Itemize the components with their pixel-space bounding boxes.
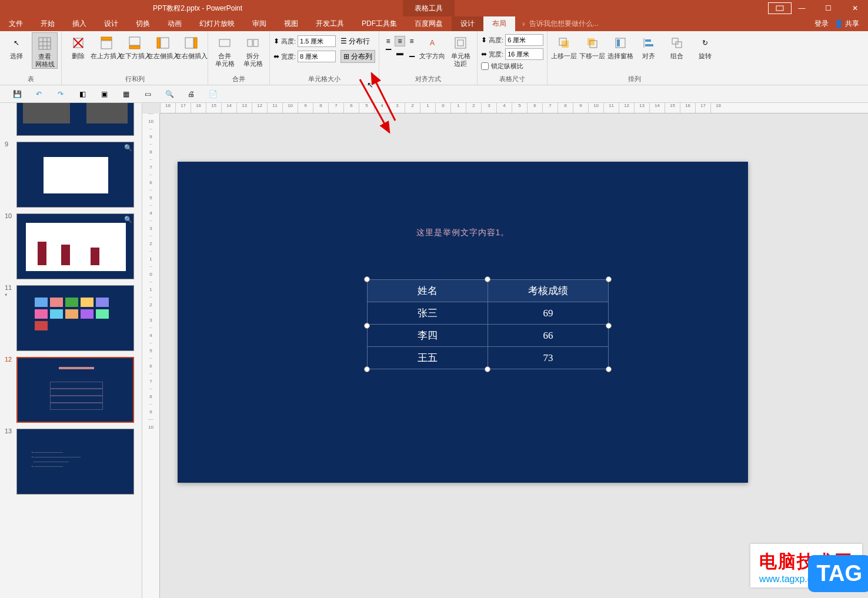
insert-above-button[interactable]: 在上方插入: [94, 32, 119, 60]
group-objects-button[interactable]: 组合: [664, 32, 690, 60]
tab-home[interactable]: 开始: [32, 16, 64, 31]
table-cell[interactable]: 王五: [368, 347, 488, 369]
insert-left-button[interactable]: 在左侧插入: [150, 32, 176, 60]
zoom-icon[interactable]: 🔍: [124, 144, 132, 152]
qat-btn-3[interactable]: ▦: [119, 88, 132, 101]
cursor-icon: ↖: [367, 81, 373, 89]
dist-rows-icon: ☰: [340, 37, 347, 45]
view-gridlines-button[interactable]: 查看 网格线: [32, 32, 58, 69]
qat-btn-7[interactable]: 📄: [206, 88, 219, 101]
thumbnail-9[interactable]: 9🔍: [6, 142, 136, 208]
insert-right-button[interactable]: 在右侧插入: [178, 32, 204, 60]
maximize-button[interactable]: ☐: [815, 0, 842, 16]
backward-icon: [583, 34, 602, 52]
delete-button[interactable]: 删除: [65, 32, 91, 60]
cell-margins-button[interactable]: 单元格 边距: [448, 32, 473, 68]
split-cells-button[interactable]: 拆分 单元格: [240, 32, 266, 68]
login-link[interactable]: 登录: [814, 19, 829, 29]
slide-editor[interactable]: 1817161514131211109876543210123456789101…: [142, 103, 868, 598]
distribute-columns-button[interactable]: ⊞分布列: [340, 50, 375, 63]
workspace: 9🔍 10🔍 11* 12 13• ——————————• ——————————…: [0, 103, 868, 598]
tbl-height-icon: ⬍: [481, 36, 487, 44]
share-button[interactable]: 👤 共享: [834, 19, 859, 29]
redo-button[interactable]: ↷: [54, 88, 67, 101]
table-cell[interactable]: 66: [488, 325, 609, 347]
svg-rect-18: [248, 39, 252, 46]
table-height-input[interactable]: [505, 34, 543, 46]
table-width-input[interactable]: [505, 48, 543, 60]
align-right-button[interactable]: ≡: [406, 36, 417, 46]
close-button[interactable]: ✕: [842, 0, 868, 16]
distribute-rows-button[interactable]: ☰分布行: [340, 35, 370, 48]
send-backward-button[interactable]: 下移一层: [579, 32, 605, 60]
qat-btn-4[interactable]: ▭: [141, 88, 154, 101]
tab-developer[interactable]: 开发工具: [307, 16, 353, 31]
selection-pane-button[interactable]: 选择窗格: [607, 32, 633, 60]
ribbon-display-icon[interactable]: [768, 2, 792, 14]
align-middle-button[interactable]: ▬: [395, 48, 405, 58]
tab-file[interactable]: 文件: [0, 16, 32, 31]
select-button[interactable]: ↖选择: [4, 32, 29, 60]
tab-design[interactable]: 设计: [95, 16, 127, 31]
resize-handle[interactable]: [485, 276, 490, 282]
table-cell[interactable]: 李四: [368, 325, 488, 347]
slide-title-text[interactable]: 这里是举例文字内容1。: [178, 228, 748, 238]
table-object[interactable]: 姓名考核成绩 张三69 李四66 王五73: [367, 279, 609, 369]
resize-handle[interactable]: [606, 276, 612, 282]
thumbnail-8[interactable]: [6, 103, 136, 136]
tab-view[interactable]: 视图: [275, 16, 307, 31]
thumbnail-10[interactable]: 10🔍: [6, 213, 136, 279]
tab-review[interactable]: 审阅: [243, 16, 275, 31]
insert-below-button[interactable]: 在下方插入: [122, 32, 148, 60]
table-header-cell[interactable]: 考核成绩: [488, 280, 609, 302]
tab-insert[interactable]: 插入: [64, 16, 95, 31]
grid-icon: [35, 34, 54, 53]
table-cell[interactable]: 张三: [368, 302, 488, 325]
svg-rect-27: [617, 39, 620, 46]
resize-handle[interactable]: [364, 366, 370, 372]
tab-table-layout[interactable]: 布局: [483, 16, 515, 31]
thumbnail-11[interactable]: 11*: [6, 285, 136, 351]
tab-baidu[interactable]: 百度网盘: [406, 16, 452, 31]
lock-aspect-checkbox[interactable]: 锁定纵横比: [481, 62, 523, 71]
align-objects-button[interactable]: 对齐: [636, 32, 662, 60]
align-top-button[interactable]: ▔: [383, 48, 393, 58]
col-width-input[interactable]: [298, 51, 336, 62]
tell-me[interactable]: ♀告诉我您想要做什么...: [521, 19, 599, 29]
resize-handle[interactable]: [364, 323, 370, 329]
qat-btn-5[interactable]: 🔍: [163, 88, 176, 101]
rotate-button[interactable]: ↻旋转: [692, 32, 718, 60]
text-direction-button[interactable]: A文字方向: [419, 32, 445, 60]
tab-pdf[interactable]: PDF工具集: [353, 16, 406, 31]
thumbnail-13[interactable]: 13• ——————————• ———————————————— ———————…: [6, 429, 136, 495]
bring-forward-button[interactable]: 上移一层: [551, 32, 577, 60]
save-button[interactable]: 💾: [11, 88, 24, 101]
slide-thumbnails-pane[interactable]: 9🔍 10🔍 11* 12 13• ——————————• ——————————…: [0, 103, 142, 598]
group-label: 表格尺寸: [499, 74, 525, 85]
resize-handle[interactable]: [606, 323, 612, 329]
tab-slideshow[interactable]: 幻灯片放映: [191, 16, 243, 31]
resize-handle[interactable]: [606, 366, 612, 372]
table-cell[interactable]: 73: [488, 347, 609, 369]
resize-handle[interactable]: [485, 366, 490, 372]
minimize-button[interactable]: —: [789, 0, 815, 16]
table-cell[interactable]: 69: [488, 302, 609, 325]
align-center-button[interactable]: ≡: [395, 36, 405, 46]
align-bottom-button[interactable]: ▁: [406, 48, 417, 58]
slide-canvas[interactable]: 这里是举例文字内容1。 姓名考核成绩 张三69 李四66 王五73: [178, 162, 748, 483]
thumbnail-12[interactable]: 12: [6, 357, 136, 423]
table-header-cell[interactable]: 姓名: [368, 280, 488, 302]
selection-icon: [611, 34, 630, 52]
qat-btn-6[interactable]: 🖨: [185, 88, 198, 101]
tab-animations[interactable]: 动画: [159, 16, 191, 31]
qat-btn-1[interactable]: ◧: [76, 88, 89, 101]
align-left-button[interactable]: ≡: [383, 36, 393, 46]
undo-button[interactable]: ↶: [32, 88, 45, 101]
merge-cells-button[interactable]: 合并 单元格: [212, 32, 238, 68]
tab-table-design[interactable]: 设计: [452, 16, 483, 31]
resize-handle[interactable]: [364, 276, 370, 282]
tab-transitions[interactable]: 切换: [127, 16, 159, 31]
qat-btn-2[interactable]: ▣: [98, 88, 111, 101]
zoom-icon[interactable]: 🔍: [124, 216, 132, 223]
row-height-input[interactable]: [298, 35, 336, 47]
